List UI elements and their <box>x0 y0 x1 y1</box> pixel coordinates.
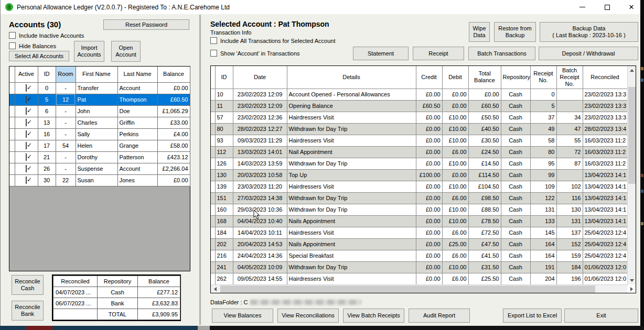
active-checkbox-cell[interactable] <box>15 151 38 163</box>
transaction-row[interactable]: 11 23/02/2023 12:09 Opening Balance £60.… <box>211 100 627 112</box>
transaction-row[interactable]: 93 09/03/2023 11:29 Hairdressers Visit £… <box>211 135 627 146</box>
view-batch-receipts-button[interactable]: View Batch Receipts <box>343 309 404 323</box>
checkbox-icon[interactable] <box>210 50 217 57</box>
reconcile-cash-button[interactable]: Reconcile Cash <box>12 275 44 295</box>
column-header-date[interactable]: Date <box>233 66 287 89</box>
active-checkbox-cell[interactable] <box>15 82 38 94</box>
checkbox-checked-icon[interactable] <box>26 177 27 184</box>
column-header-id[interactable]: ID <box>38 67 56 82</box>
horizontal-scrollbar[interactable] <box>211 284 627 293</box>
scroll-up-icon[interactable] <box>628 66 636 74</box>
column-header-details[interactable]: Details <box>287 66 416 89</box>
transaction-row[interactable]: 160 29/03/2023 10:36 Withdrawn for Day T… <box>211 204 627 215</box>
checkbox-checked-icon[interactable] <box>26 96 27 103</box>
column-header-receipt-no[interactable]: Receipt No. <box>530 66 556 89</box>
receipt-button[interactable]: Receipt <box>413 47 464 60</box>
export-list-to-excel-button[interactable]: Export List to Excel <box>503 309 562 323</box>
audit-report-button[interactable]: Audit Report <box>409 309 470 323</box>
transaction-row[interactable]: 168 04/04/2023 10:40 Nails Appointment £… <box>211 215 627 227</box>
maximize-icon[interactable] <box>598 1 616 13</box>
scroll-left-icon[interactable] <box>211 285 219 293</box>
checkbox-checked-icon[interactable] <box>26 142 27 149</box>
wipe-data-button[interactable]: Wipe Data <box>469 22 490 42</box>
column-header-id[interactable]: ID <box>215 66 233 89</box>
column-header-debit[interactable]: Debit <box>442 66 468 89</box>
vertical-scrollbar-thumb[interactable] <box>628 87 636 184</box>
tx-debit-cell: £6.00 <box>442 227 468 238</box>
transaction-row[interactable]: 202 20/04/2023 14:53 Nails Appointment £… <box>211 238 627 250</box>
horizontal-scrollbar-thumb[interactable] <box>220 285 595 293</box>
exit-button[interactable]: Exit <box>564 309 638 323</box>
open-account-button[interactable]: Open Account <box>111 41 141 62</box>
checkbox-icon[interactable] <box>210 37 217 44</box>
select-all-accounts-button[interactable]: Select All Accounts <box>9 51 69 61</box>
column-header-room[interactable]: Room <box>56 67 76 82</box>
view-reconciliations-button[interactable]: View Reconciliations <box>277 309 339 323</box>
account-row[interactable]: 17 54 Helen Grange £58.00 <box>9 140 190 151</box>
column-header-repository[interactable]: Repository <box>501 66 530 89</box>
vertical-scrollbar[interactable] <box>627 66 636 284</box>
active-checkbox-cell[interactable] <box>15 140 38 151</box>
minimize-icon[interactable] <box>573 1 591 13</box>
checkbox-checked-icon[interactable] <box>26 119 27 126</box>
transaction-row[interactable]: 139 23/03/2023 11:20 Hairdressers Visit … <box>211 181 627 192</box>
deposit-withdrawal-button[interactable]: Deposit / Withdrawal <box>539 47 638 60</box>
transaction-row[interactable]: 57 23/02/2023 12:36 Hairdressers Visit £… <box>211 112 627 123</box>
checkbox-icon[interactable] <box>9 42 16 49</box>
checkbox-checked-icon[interactable] <box>26 84 27 92</box>
reset-password-button[interactable]: Reset Password <box>103 19 189 30</box>
active-checkbox-cell[interactable] <box>15 94 38 105</box>
active-checkbox-cell[interactable] <box>15 117 38 128</box>
account-row[interactable]: 0 - Transfer Account £0.00 <box>9 82 190 94</box>
transaction-row[interactable]: 262 09/05/2023 14:55 Hairdressers Visit … <box>211 273 627 284</box>
active-checkbox-cell[interactable] <box>15 174 38 186</box>
column-header-reconciled[interactable]: Reconciled <box>583 66 627 89</box>
transaction-row[interactable]: 80 28/02/2023 12:27 Withdrawn for Day Tr… <box>211 123 627 135</box>
close-icon[interactable]: ✕ <box>622 1 640 13</box>
active-checkbox-cell[interactable] <box>15 128 38 140</box>
transaction-row[interactable]: 151 27/03/2023 14:38 Withdrawn for Day T… <box>211 192 627 204</box>
include-all-transactions-checkbox[interactable]: Include All Transactions for Selected Ac… <box>210 37 336 44</box>
checkbox-checked-icon[interactable] <box>26 107 27 115</box>
transaction-row[interactable]: 216 24/04/2023 14:36 Special Breakfast £… <box>211 250 627 261</box>
transaction-row[interactable]: 184 14/04/2023 10:11 Hairdressers Visit … <box>211 227 627 238</box>
view-balances-button[interactable]: View Balances <box>212 309 273 323</box>
transaction-row[interactable]: 130 20/03/2023 10:58 Top Up £100.00 £0.0… <box>211 169 627 181</box>
transaction-row[interactable]: 112 13/03/2023 14:01 Nail Appointment £0… <box>211 146 627 158</box>
account-row[interactable]: 16 - Sally Perkins £4.00 <box>9 128 190 140</box>
account-row[interactable]: 6 - John Doe £1,065.29 <box>9 105 190 117</box>
transaction-row[interactable]: 241 04/05/2023 10:09 Withdrawn for Day T… <box>211 261 627 273</box>
column-header-batch-receipt-no[interactable]: Batch Receipt No. <box>556 66 583 89</box>
include-inactive-checkbox[interactable]: Include Inactive Accounts <box>9 32 84 39</box>
statement-button[interactable]: Statement <box>353 47 409 60</box>
batch-transactions-button[interactable]: Batch Transactions <box>468 47 535 60</box>
account-row[interactable]: 21 - Dorothy Patterson £423.12 <box>9 151 190 163</box>
backup-data-button[interactable]: Backup Data ( Last Backup : 2023-10-16 ) <box>540 22 638 42</box>
account-row[interactable]: 26 - Suspense Account £2,266.04 <box>9 163 190 174</box>
account-row[interactable]: 30 22 Susan Jones £0.00 <box>9 174 190 186</box>
tx-id-cell: 241 <box>215 261 233 273</box>
checkbox-checked-icon[interactable] <box>26 153 27 161</box>
restore-from-backup-button[interactable]: Restore from Backup <box>494 22 536 42</box>
hide-balances-checkbox[interactable]: Hide Balances <box>9 42 56 49</box>
show-account-checkbox[interactable]: Show 'Account' in Transactions <box>210 50 300 57</box>
reconcile-bank-button[interactable]: Reconcile Bank <box>12 301 44 321</box>
checkbox-checked-icon[interactable] <box>26 165 27 172</box>
column-header-active[interactable]: Active <box>15 67 38 82</box>
column-header-credit[interactable]: Credit <box>416 66 442 89</box>
column-header-first-name[interactable]: First Name <box>76 67 117 82</box>
column-header-last-name[interactable]: Last Name <box>117 67 157 82</box>
active-checkbox-cell[interactable] <box>15 163 38 174</box>
active-checkbox-cell[interactable] <box>15 105 38 117</box>
column-header-balance[interactable]: Balance <box>157 67 190 82</box>
account-row[interactable]: 5 12 Pat Thompson £60.50 <box>9 94 190 105</box>
scroll-right-icon[interactable] <box>627 285 636 293</box>
transaction-row[interactable]: 10 23/02/2023 12:09 Account Opened - Per… <box>211 89 627 100</box>
checkbox-icon[interactable] <box>9 32 16 39</box>
column-header-total-balance[interactable]: Total Balance <box>468 66 501 89</box>
account-row[interactable]: 13 - Charles Griffin £33.00 <box>9 117 190 128</box>
import-accounts-button[interactable]: Import Accounts <box>74 41 104 62</box>
scroll-down-icon[interactable] <box>628 276 636 284</box>
transaction-row[interactable]: 126 14/03/2023 13:59 Withdrawn for Day T… <box>211 158 627 169</box>
checkbox-checked-icon[interactable] <box>26 130 27 138</box>
